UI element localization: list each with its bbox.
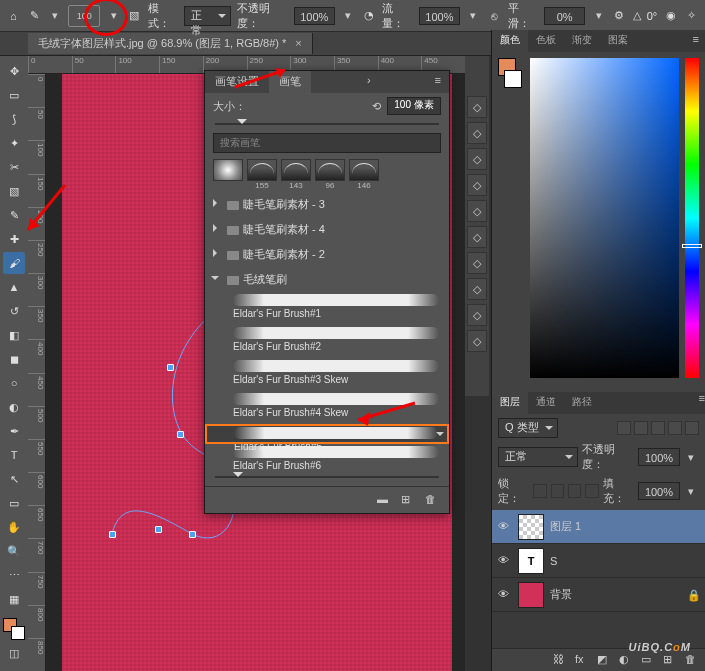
opacity-dropdown[interactable]: ▾ <box>341 8 356 24</box>
layer-thumb[interactable] <box>518 582 544 608</box>
brush-list[interactable]: 睫毛笔刷素材 - 3睫毛笔刷素材 - 4睫毛笔刷素材 - 2毛绒笔刷Eldar'… <box>205 192 449 472</box>
brush-preset[interactable]: Eldar's Fur Brush#2 <box>205 325 449 358</box>
layer-fx-icon[interactable]: fx <box>575 653 589 667</box>
gradient-tool[interactable]: ◼ <box>3 348 25 370</box>
filter-shape-icon[interactable] <box>668 421 682 435</box>
layer-row[interactable]: 👁TS <box>492 544 705 578</box>
recent-brush[interactable]: 143 <box>281 159 311 190</box>
filter-type-icon[interactable] <box>651 421 665 435</box>
swatches-icon[interactable]: ◇ <box>467 330 487 352</box>
visibility-icon[interactable]: 👁 <box>498 520 512 534</box>
path-select-tool[interactable]: ↖ <box>3 468 25 490</box>
recent-brush[interactable] <box>213 159 243 190</box>
tool-preset-dropdown[interactable]: ▾ <box>48 8 63 24</box>
color-panel-menu-icon[interactable]: ≡ <box>687 30 705 52</box>
smooth-settings-icon[interactable]: ⚙ <box>612 8 627 24</box>
smooth-dropdown[interactable]: ▾ <box>591 8 606 24</box>
quickmask-icon[interactable]: ◫ <box>3 642 25 664</box>
delete-brush-icon[interactable]: 🗑 <box>425 493 439 507</box>
blend-mode-select[interactable]: 正常 <box>184 6 230 26</box>
recent-brush[interactable]: 96 <box>315 159 345 190</box>
pressure-size-icon[interactable]: ◉ <box>663 8 678 24</box>
pressure-opacity-icon[interactable]: ◔ <box>362 8 377 24</box>
smooth-value[interactable]: 0% <box>544 7 585 25</box>
tab-layers[interactable]: 图层 <box>492 392 528 414</box>
clone-source-icon[interactable]: ◇ <box>467 278 487 300</box>
brush-folder[interactable]: 毛绒笔刷 <box>205 267 449 292</box>
ruler-vertical[interactable]: 0501001502002503003504004505005506006507… <box>28 74 46 671</box>
layer-name[interactable]: 图层 1 <box>550 519 581 534</box>
fill-value[interactable]: 100% <box>638 482 680 500</box>
airbrush-icon[interactable]: ⎋ <box>487 8 502 24</box>
fill-dropdown[interactable]: ▾ <box>684 483 699 499</box>
tab-patterns[interactable]: 图案 <box>600 30 636 52</box>
move-tool[interactable]: ✥ <box>3 60 25 82</box>
brush-search-input[interactable]: 搜索画笔 <box>213 133 441 153</box>
background-color-swatch[interactable] <box>504 70 522 88</box>
brush-folder[interactable]: 睫毛笔刷素材 - 4 <box>205 217 449 242</box>
layer-thumb[interactable] <box>518 514 544 540</box>
layer-list[interactable]: 👁图层 1👁TS👁背景🔒 <box>492 510 705 648</box>
brush-preset-icon[interactable]: ◇ <box>467 122 487 144</box>
layer-opacity-dropdown[interactable]: ▾ <box>684 449 699 465</box>
hue-slider[interactable] <box>685 58 699 378</box>
dodge-tool[interactable]: ◐ <box>3 396 25 418</box>
layers-panel-menu-icon[interactable]: ≡ <box>699 392 705 414</box>
character-icon[interactable]: ◇ <box>467 148 487 170</box>
brush-size-dropdown[interactable]: ▾ <box>106 8 121 24</box>
color-field[interactable] <box>530 58 679 378</box>
layer-filter-select[interactable]: Q 类型 <box>498 418 558 438</box>
home-icon[interactable]: ⌂ <box>6 8 21 24</box>
link-layers-icon[interactable]: ⛓ <box>553 653 567 667</box>
new-brush-icon[interactable]: ⊞ <box>401 493 415 507</box>
brush-preset[interactable]: Eldar's Fur Brush#5 <box>205 424 449 444</box>
brush-settings-icon[interactable]: ◇ <box>467 96 487 118</box>
brush-preset[interactable]: Eldar's Fur Brush#1 <box>205 292 449 325</box>
brush-preset[interactable]: Eldar's Fur Brush#4 Skew <box>205 391 449 424</box>
flow-value[interactable]: 100% <box>419 7 460 25</box>
zoom-tool[interactable]: 🔍 <box>3 540 25 562</box>
tab-paths[interactable]: 路径 <box>564 392 600 414</box>
brush-size-preview[interactable]: 100 <box>68 5 100 27</box>
bg-swatch[interactable] <box>11 626 25 640</box>
anchor-point[interactable] <box>189 531 196 538</box>
lasso-tool[interactable]: ⟆ <box>3 108 25 130</box>
visibility-icon[interactable]: 👁 <box>498 554 512 568</box>
lock-artboard-icon[interactable] <box>568 484 581 498</box>
properties-icon[interactable]: ◇ <box>467 226 487 248</box>
blur-tool[interactable]: ○ <box>3 372 25 394</box>
shape-tool[interactable]: ▭ <box>3 492 25 514</box>
filter-pixel-icon[interactable] <box>617 421 631 435</box>
layer-opacity-value[interactable]: 100% <box>638 448 680 466</box>
visibility-icon[interactable]: 👁 <box>498 588 512 602</box>
document-tab[interactable]: 毛绒字体图层样式.jpg @ 68.9% (图层 1, RGB/8#) * × <box>28 33 313 54</box>
edit-toolbar[interactable]: ▦ <box>3 588 25 610</box>
tab-brush-settings[interactable]: 画笔设置 <box>205 71 269 93</box>
type-tool[interactable]: T <box>3 444 25 466</box>
glyphs-icon[interactable]: ◇ <box>467 200 487 222</box>
symmetry-icon[interactable]: ✧ <box>684 8 699 24</box>
close-tab-icon[interactable]: × <box>295 37 301 49</box>
tab-swatches[interactable]: 色板 <box>528 30 564 52</box>
healing-tool[interactable]: ✚ <box>3 228 25 250</box>
layer-blend-select[interactable]: 正常 <box>498 447 578 467</box>
filter-smart-icon[interactable] <box>685 421 699 435</box>
hand-tool[interactable]: ✋ <box>3 516 25 538</box>
lock-position-icon[interactable] <box>551 484 564 498</box>
tab-channels[interactable]: 通道 <box>528 392 564 414</box>
eraser-tool[interactable]: ◧ <box>3 324 25 346</box>
flip-brush-icon[interactable]: ⟲ <box>372 100 381 113</box>
brush-preview-slider[interactable] <box>215 472 439 482</box>
recent-brush[interactable]: 155 <box>247 159 277 190</box>
tab-color[interactable]: 颜色 <box>492 30 528 52</box>
history-brush-tool[interactable]: ↺ <box>3 300 25 322</box>
filter-adjust-icon[interactable] <box>634 421 648 435</box>
brush-tool[interactable]: 🖌 <box>3 252 25 274</box>
brush-folder[interactable]: 睫毛笔刷素材 - 3 <box>205 192 449 217</box>
stamp-tool[interactable]: ▲ <box>3 276 25 298</box>
brush-panel-menu-icon[interactable]: ≡ <box>427 71 449 93</box>
lock-all-icon[interactable] <box>585 484 598 498</box>
brush-preset[interactable]: Eldar's Fur Brush#6 <box>205 444 449 472</box>
color-icon[interactable]: ◇ <box>467 304 487 326</box>
opacity-value[interactable]: 100% <box>294 7 335 25</box>
